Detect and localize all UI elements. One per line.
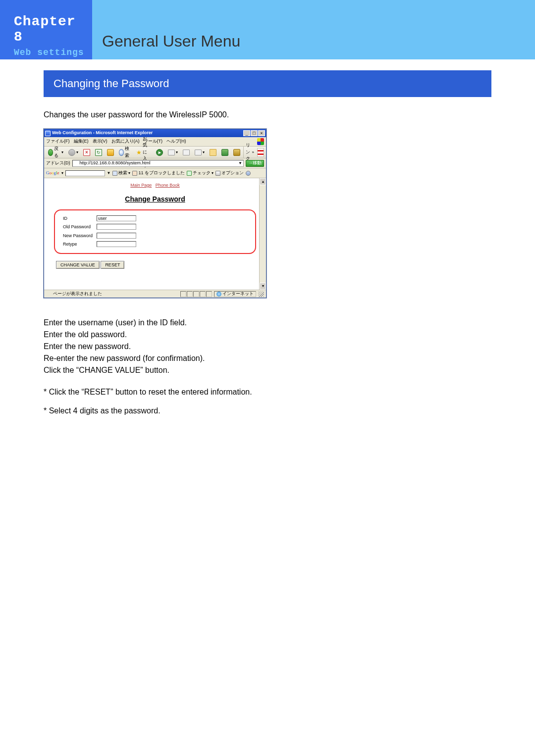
instruction-line: Enter the new password. [44, 341, 491, 353]
menu-help[interactable]: ヘルプ(H) [166, 138, 186, 145]
close-button[interactable]: × [258, 130, 265, 136]
antivirus-icon[interactable] [257, 148, 264, 157]
refresh-icon: ↻ [95, 149, 102, 156]
new-password-input[interactable] [97, 233, 136, 239]
gear-icon [246, 171, 251, 176]
vertical-scrollbar[interactable]: ▴ ▾ [259, 178, 266, 290]
mail-button[interactable] [181, 148, 192, 157]
google-check-label: チェック [193, 170, 211, 177]
instruction-line: Enter the username (user) in the ID fiel… [44, 317, 491, 329]
scroll-up-button[interactable]: ▴ [260, 178, 266, 185]
page-icon [74, 161, 79, 166]
status-pane [187, 291, 193, 297]
back-label: 戻る [54, 146, 60, 159]
main-title-box: General User Menu [92, 0, 535, 59]
media-icon: ► [156, 149, 163, 156]
google-search-button[interactable]: 検索 ▾ [112, 170, 130, 177]
edit-button[interactable] [208, 148, 218, 157]
chevron-down-icon[interactable]: ▼ [238, 160, 242, 166]
menu-view[interactable]: 表示(V) [93, 138, 107, 145]
back-button[interactable]: 戻る▾ [46, 148, 65, 157]
history-button[interactable]: ▾ [166, 148, 180, 157]
retype-input[interactable] [97, 241, 136, 247]
go-button[interactable]: → 移動 [246, 160, 264, 167]
chapter-title: Chapter 8 [14, 14, 92, 45]
address-input[interactable]: http://192.168.0.8:8080/system.html ▼ [72, 160, 244, 167]
chapter-box: Chapter 8 Web settings [0, 0, 92, 59]
intro-text: Changes the user password for the Wirele… [44, 109, 491, 121]
status-pane [206, 291, 212, 297]
globe-icon [216, 292, 221, 297]
go-label: 移動 [253, 160, 262, 167]
stop-icon: × [83, 149, 90, 156]
section-body: Changes the user password for the Wirele… [44, 109, 491, 417]
status-pane [193, 291, 199, 297]
google-check-button[interactable]: チェック ▾ [187, 170, 214, 177]
zone-label: インターネット [222, 291, 254, 298]
page-icon [46, 292, 51, 297]
discuss-icon [221, 149, 228, 156]
google-logo: Google [46, 170, 59, 177]
options-icon [215, 171, 220, 176]
media-button[interactable]: ► [154, 148, 165, 157]
menu-edit[interactable]: 編集(E) [74, 138, 89, 145]
back-icon [48, 149, 53, 156]
search-icon [119, 149, 124, 156]
google-search-label: 検索 [118, 170, 127, 177]
chapter-subtitle: Web settings [14, 48, 92, 57]
google-options-label: オプション [221, 170, 244, 177]
resize-grip-icon[interactable] [258, 291, 264, 297]
address-label: アドレス(D) [46, 160, 70, 167]
retype-label: Retype [61, 240, 95, 249]
section-heading: Changing the Password [44, 70, 491, 97]
phone-book-link[interactable]: Phone Book [156, 183, 180, 188]
google-search-input[interactable] [65, 170, 105, 176]
scroll-down-button[interactable]: ▾ [260, 283, 266, 290]
windows-logo-icon [257, 138, 264, 145]
instruction-line: Enter the old password. [44, 329, 491, 341]
id-label: ID [61, 214, 95, 223]
password-form-highlight: ID Old Password New Password Retype [54, 209, 256, 254]
maximize-button[interactable]: □ [251, 130, 258, 136]
menu-favorites[interactable]: お気に入り(A) [111, 138, 140, 145]
search-label: 検索 [125, 146, 131, 159]
page-heading: Change Password [51, 194, 259, 204]
menu-bar: ファイル(F) 編集(E) 表示(V) お気に入り(A) ツール(T) ヘルプ(… [44, 137, 266, 147]
status-pane [180, 291, 186, 297]
google-options-button[interactable]: オプション [215, 170, 244, 177]
instruction-line: Click the “CHANGE VALUE” button. [44, 364, 491, 376]
google-popup-blocked[interactable]: 11 をブロックしました [132, 170, 185, 177]
instruction-line: Re-enter the new password (for confirmat… [44, 353, 491, 364]
print-button[interactable]: ▾ [193, 148, 207, 157]
refresh-button[interactable]: ↻ [93, 148, 104, 157]
google-toolbar: Google▾ ▼ 検索 ▾ 11 をブロックしました チェック ▾ オプション [44, 168, 266, 178]
old-password-input[interactable] [97, 224, 136, 230]
menu-file[interactable]: ファイル(F) [46, 138, 70, 145]
research-button[interactable] [231, 148, 242, 157]
chevron-down-icon[interactable]: ▼ [107, 170, 111, 176]
discuss-button[interactable] [219, 148, 230, 157]
change-value-button[interactable]: CHANGE VALUE [56, 261, 100, 269]
form-buttons: CHANGE VALUE RESET [56, 261, 259, 269]
home-icon [107, 149, 114, 156]
instruction-note: * Click the “RESET” button to reset the … [44, 386, 491, 398]
status-bar: ページが表示されました インターネット [44, 290, 266, 298]
flag-icon [258, 150, 264, 155]
google-settings-button[interactable] [246, 171, 251, 176]
page-header: Chapter 8 Web settings General User Menu [0, 0, 535, 59]
address-url: http://192.168.0.8:8080/system.html [80, 160, 151, 167]
search-button[interactable]: 検索 [117, 148, 133, 157]
id-input[interactable] [97, 215, 136, 221]
home-button[interactable] [105, 148, 116, 157]
reset-button[interactable]: RESET [101, 261, 124, 269]
minimize-button[interactable]: _ [243, 130, 250, 136]
security-zone: インターネット [214, 291, 256, 297]
favorites-button[interactable]: ★お気に入り [134, 148, 153, 157]
main-page-link[interactable]: Main Page [130, 183, 152, 188]
links-dropdown[interactable]: リンク » [243, 147, 256, 158]
edit-icon [210, 149, 216, 156]
forward-button[interactable]: ▾ [66, 148, 80, 157]
page-content: ▴ ▾ Main Page Phone Book Change Password… [44, 178, 266, 290]
stop-button[interactable]: × [81, 148, 92, 157]
browser-window: Web Configuration - Microsoft Internet E… [44, 129, 267, 298]
